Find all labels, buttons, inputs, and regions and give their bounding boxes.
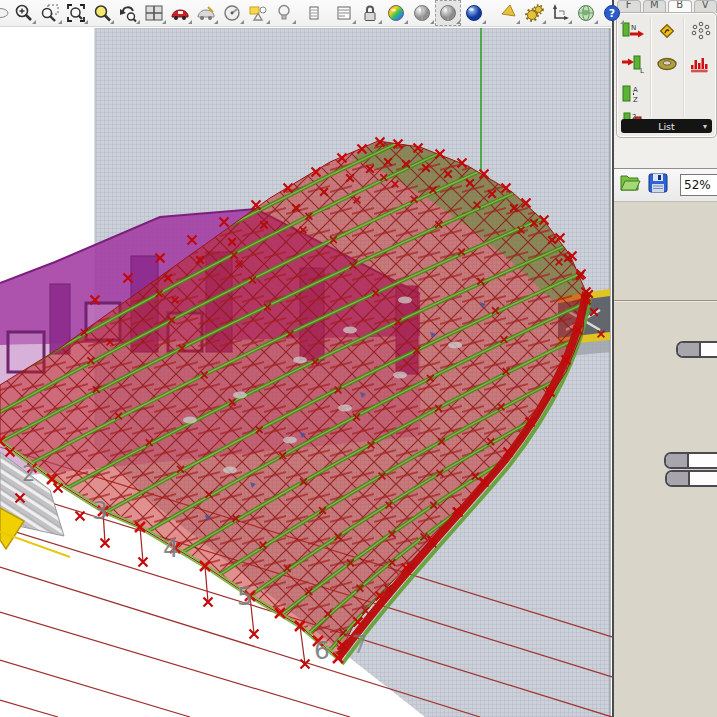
geolocation-globe-icon[interactable] [574,1,598,25]
svg-text:?: ? [609,7,615,20]
image-panel-icon[interactable] [306,1,330,25]
walk-drive-car-icon[interactable] [168,1,192,25]
shadows-bulb-icon[interactable] [272,1,296,25]
side-panel: F M B V N L [612,0,717,717]
zoom-in-icon[interactable] [12,1,36,25]
material-sphere-blue-icon[interactable] [462,1,486,25]
node-ring-button[interactable] [688,20,714,42]
zoom-extents-icon[interactable] [64,1,88,25]
grid-label: 2 [22,462,35,486]
material-sphere-mono-icon[interactable] [436,1,460,25]
svg-text:Z: Z [633,96,638,104]
panel-divider [614,300,717,301]
grid-label: 3 [92,496,108,525]
svg-text:L: L [640,67,644,74]
svg-text:N: N [631,24,636,32]
slider-middle[interactable] [664,452,717,469]
panel-body [614,202,717,717]
list-dropdown[interactable]: List ▾ [621,119,712,133]
edge-tool-partial-icon[interactable] [0,1,10,25]
main-toolbar: ? [0,0,612,27]
settings-gears-icon[interactable] [522,1,546,25]
list-label: List [621,121,712,132]
plan-flag-icon[interactable] [496,1,520,25]
load-arrow-l-button[interactable]: L [620,53,646,75]
save-disk-button[interactable] [646,171,670,199]
ring-section-button[interactable] [654,53,680,75]
lock-icon[interactable] [358,1,382,25]
previous-view-icon[interactable] [116,1,140,25]
zoom-photo-icon[interactable] [90,1,114,25]
zoom-percent-input[interactable] [680,174,717,196]
grid-label: 4 [163,534,179,563]
warning-diamond-button[interactable] [654,20,680,42]
result-histogram-button[interactable] [688,53,714,75]
components-icon[interactable] [246,1,270,25]
structural-cad-app: 2 3 4 5 6 7 [0,0,717,717]
svg-text:A: A [633,86,638,94]
grid-label: 5 [237,582,253,611]
car-edit-icon[interactable] [194,1,218,25]
grid-label: 6 [314,636,330,665]
zoom-window-icon[interactable] [38,1,62,25]
slider-top[interactable] [676,341,717,358]
open-folder-button[interactable] [618,171,642,199]
help-icon[interactable]: ? [600,1,624,25]
material-sphere-color-icon[interactable] [384,1,408,25]
viewports-icon[interactable] [142,1,166,25]
material-sphere-gray-icon[interactable] [410,1,434,25]
turntable-icon[interactable] [220,1,244,25]
slider-bottom[interactable] [665,470,717,487]
file-row [614,168,717,202]
dropdown-arrow-icon: ▾ [703,122,707,131]
layout-panel-icon[interactable] [332,1,356,25]
viewport-3d[interactable]: 2 3 4 5 6 7 [0,0,612,717]
grid-label: 7 [352,630,368,659]
scene-canvas [0,0,612,717]
sort-a-z-button[interactable]: AZ [620,83,646,105]
tool-palette: N L AZ 21 List [616,12,717,138]
dimension-axes-icon[interactable] [548,1,572,25]
